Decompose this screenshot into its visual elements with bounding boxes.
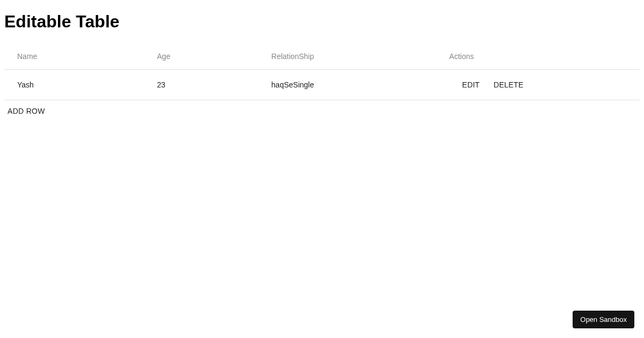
main-container: Editable Table Name Age RelationShip Act… [0, 0, 644, 124]
delete-button[interactable]: DELETE [489, 78, 528, 91]
cell-age: 23 [144, 70, 258, 100]
table-row: Yash 23 haqSeSingle EDIT DELETE [4, 70, 640, 100]
add-row-button[interactable]: ADD ROW [4, 102, 48, 120]
column-header-actions: Actions [436, 45, 640, 70]
page-title: Editable Table [4, 12, 640, 32]
column-header-name: Name [4, 45, 144, 70]
editable-table: Name Age RelationShip Actions Yash 23 ha… [4, 45, 640, 100]
column-header-relationship: RelationShip [259, 45, 437, 70]
open-sandbox-button[interactable]: Open Sandbox [573, 311, 634, 328]
column-header-age: Age [144, 45, 258, 70]
cell-name: Yash [4, 70, 144, 100]
edit-button[interactable]: EDIT [458, 78, 484, 91]
cell-relationship: haqSeSingle [259, 70, 437, 100]
cell-actions: EDIT DELETE [436, 70, 640, 100]
table-header-row: Name Age RelationShip Actions [4, 45, 640, 70]
